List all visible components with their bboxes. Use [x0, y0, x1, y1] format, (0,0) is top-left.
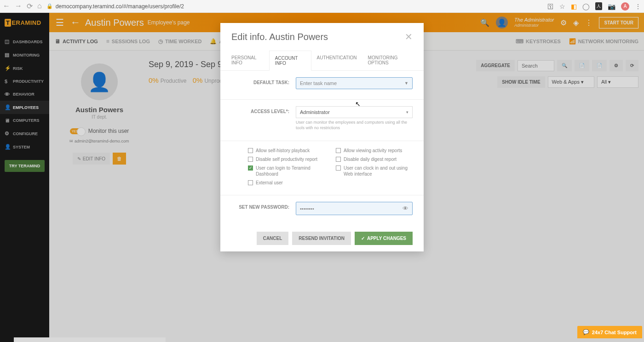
star-icon[interactable]: ☆: [559, 3, 565, 10]
browser-chrome: ← → ⟳ ⌂ 🔒 democompany.teramind.co/#/mana…: [0, 0, 644, 13]
cursor-icon: ↖: [355, 100, 361, 108]
default-task-label: DEFAULT TASK:: [231, 77, 296, 85]
check-login-dashboard[interactable]: ✓User can login to Teramind Dashboard: [248, 165, 325, 177]
check-disable-digest[interactable]: Disable daily digest report: [336, 156, 413, 162]
camera-icon[interactable]: 📷: [608, 3, 615, 10]
ext1-icon[interactable]: ◧: [571, 3, 577, 10]
check-disable-self-report[interactable]: Disable self productivity report: [248, 156, 325, 162]
modal-title: Edit info. Austin Powers: [231, 32, 328, 42]
password-label: SET NEW PASSWORD:: [231, 202, 296, 210]
kebab-icon[interactable]: ⋮: [635, 3, 641, 10]
check-clock-web[interactable]: User can clock in and out using Web inte…: [336, 165, 413, 177]
close-icon[interactable]: ✕: [405, 31, 413, 42]
apply-changes-button[interactable]: ✓ APPLY CHANGES: [355, 232, 413, 245]
pdf-ext-icon[interactable]: 人: [595, 2, 602, 10]
reload-icon[interactable]: ⟳: [27, 2, 33, 11]
tab-monitoring-options[interactable]: MONITORING OPTIONS: [362, 51, 418, 70]
access-level-select[interactable]: Administrator ▾: [296, 106, 413, 118]
key-icon[interactable]: ⚿: [547, 3, 554, 10]
cancel-button[interactable]: CANCEL: [257, 232, 289, 245]
chevron-down-icon: ▾: [406, 110, 408, 114]
edit-info-modal: Edit info. Austin Powers ✕ PERSONAL INFO…: [220, 23, 424, 251]
home-icon[interactable]: ⌂: [37, 2, 42, 11]
access-level-label: ACCESS LEVEL*:: [231, 106, 296, 114]
tab-personal-info[interactable]: PERSONAL INFO: [226, 51, 269, 70]
eye-icon[interactable]: 👁: [402, 205, 408, 212]
check-self-history[interactable]: Allow self-history playback: [248, 148, 325, 154]
url-text: democompany.teramind.co/#/manage/users/p…: [56, 3, 184, 10]
resend-invitation-button[interactable]: RESEND INVITATION: [292, 232, 351, 245]
ext2-icon[interactable]: ◯: [582, 3, 590, 10]
access-level-help: User can monitor the employees and compu…: [296, 120, 413, 131]
check-external-user[interactable]: External user: [248, 180, 325, 186]
modal-tabs: PERSONAL INFO ACCOUNT INFO AUTHENTICATIO…: [220, 51, 424, 71]
lock-icon: 🔒: [46, 3, 53, 9]
tab-account-info[interactable]: ACCOUNT INFO: [269, 51, 311, 71]
profile-avatar-icon[interactable]: A: [621, 2, 629, 11]
chat-support-button[interactable]: 💬 24x7 Chat Support: [577, 326, 642, 338]
url-bar[interactable]: 🔒 democompany.teramind.co/#/manage/users…: [46, 3, 543, 10]
forward-icon[interactable]: →: [15, 2, 22, 11]
default-task-select[interactable]: Enter task name ▼: [296, 77, 413, 89]
back-icon[interactable]: ←: [3, 2, 10, 11]
tab-authentication[interactable]: AUTHENTICATION: [311, 51, 362, 70]
chevron-down-icon: ▼: [404, 81, 408, 86]
password-input[interactable]: •••••••• 👁: [296, 202, 413, 215]
check-view-reports[interactable]: Allow viewing activity reports: [336, 148, 413, 154]
